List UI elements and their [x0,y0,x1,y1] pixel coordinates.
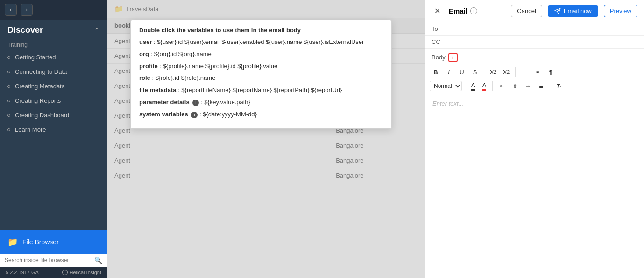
editor-area[interactable]: Enter text... [425,94,644,278]
close-button[interactable]: ✕ [432,6,443,16]
dot-icon [7,56,10,59]
sidebar-item-creating-dashboard[interactable]: Creating Dashboard [0,108,107,122]
search-button[interactable]: 🔍 [94,257,102,264]
dot-icon [7,128,10,131]
user-var-row: user : ${user}.id ${user}.email ${user}.… [139,37,383,47]
sidebar-item-learn-more[interactable]: Learn More [0,122,107,137]
training-section-label: Training [0,39,107,50]
unordered-list-button[interactable]: ≠ [531,66,544,78]
org-var-row: org : ${org}.id ${org}.name [139,50,383,59]
nav-arrows: ‹ › [0,0,107,20]
role-var-key: role [139,74,150,81]
toolbar-divider [550,81,550,91]
toolbar-divider [465,81,465,91]
dot-icon [7,100,10,102]
align-left-button[interactable]: ⇤ [495,80,508,92]
preview-button[interactable]: Preview [604,5,637,17]
dot-icon [7,85,10,88]
font-color-button[interactable]: A [468,81,478,91]
sysvar-info-icon[interactable]: i [191,112,198,118]
param-var-values[interactable]: ${key.value.path} [204,99,250,106]
sidebar-item-creating-reports[interactable]: Creating Reports [0,93,107,108]
sidebar-item-creating-metadata[interactable]: Creating Metadata [0,79,107,93]
org-var-values[interactable]: ${org}.id ${org}.name [154,50,212,57]
folder-icon: 📁 [7,237,18,247]
sysvar-var-key: system variables [139,111,188,118]
filemeta-var-values[interactable]: ${reportFileName} ${reportName} ${report… [181,86,342,93]
rich-text-toolbar: B I U S X2 X2 ≡ ≠ ¶ Normal [425,64,644,94]
body-info-button[interactable]: i [448,53,458,62]
ordered-list-button[interactable]: ≡ [518,66,531,78]
sysvar-var-values[interactable]: ${date:yyyy-MM-dd} [203,111,257,118]
profile-var-key: profile [139,63,158,70]
underline-button[interactable]: U [456,66,468,78]
popup-title: Double click the variables to use them i… [139,27,383,34]
sidebar-item-label: Creating Metadata [15,83,65,90]
dot-icon [7,71,10,73]
circle-icon [62,270,68,275]
sidebar-item-label: Learn More [15,126,46,133]
org-var-key: org [139,50,149,57]
body-label: Body [432,53,446,61]
bold-button[interactable]: B [430,66,442,78]
clear-format-button[interactable]: Tx [553,80,565,92]
send-icon [554,8,561,14]
sidebar-item-label: Connecting to Data [15,68,67,75]
file-browser-search: 🔍 [0,254,107,267]
email-info-icon[interactable]: i [470,7,477,14]
align-justify-button[interactable]: ≣ [535,80,547,92]
filemeta-var-row: file metadata : ${reportFileName} ${repo… [139,86,383,95]
sidebar-item-label: Creating Dashboard [15,112,69,119]
cancel-button[interactable]: Cancel [511,5,542,17]
file-browser-label: File Browser [22,238,59,246]
brand-label: Helical Insight [62,270,101,275]
align-right-button[interactable]: ⇨ [522,80,534,92]
discover-chevron[interactable]: ⌃ [94,27,99,34]
param-info-icon[interactable]: i [192,100,199,106]
user-var-key: user [139,38,152,45]
sidebar-item-connecting-to-data[interactable]: Connecting to Data [0,64,107,79]
discover-label: Discover [7,25,43,35]
align-center-button[interactable]: ⇧ [509,80,521,92]
email-title: Email i [449,7,505,15]
toolbar-divider [515,67,516,77]
nav-forward[interactable]: › [21,4,33,16]
paragraph-button[interactable]: ¶ [545,66,557,78]
profile-var-values[interactable]: ${profile}.name ${profile}.id ${profile}… [163,63,278,70]
to-label: To [432,25,455,32]
to-input[interactable] [455,25,637,32]
filemeta-var-key: file metadata [139,86,176,93]
editor-placeholder: Enter text... [432,100,463,107]
cc-label: CC [432,38,455,45]
font-bg-color-button[interactable]: A [479,81,489,91]
role-var-row: role : ${role}.id ${role}.name [139,73,383,83]
main-content: 📁 TravelsData booking_platform source Ag… [107,0,644,278]
superscript-button[interactable]: X2 [500,66,512,78]
param-var-key: parameter details [139,99,190,106]
dot-icon [7,114,10,117]
role-var-values[interactable]: ${role}.id ${role}.name [156,74,216,81]
param-var-row: parameter details i : ${key.value.path} [139,98,383,107]
discover-section: Discover ⌃ [0,20,107,39]
toolbar-row-2: Normal A A ⇤ ⇧ ⇨ ≣ [430,80,639,92]
sidebar: ‹ › Discover ⌃ Training Getting Started … [0,0,107,278]
font-style-select[interactable]: Normal [430,81,462,91]
italic-button[interactable]: I [443,66,455,78]
profile-var-row: profile : ${profile}.name ${profile}.id … [139,62,383,71]
user-var-values[interactable]: ${user}.id ${user}.email ${user}.enabled… [157,38,364,45]
email-panel-header: ✕ Email i Cancel Email now Preview [425,0,644,22]
search-input[interactable] [5,257,94,264]
body-label-row: Body i [425,49,644,64]
nav-back[interactable]: ‹ [5,4,17,16]
sidebar-item-getting-started[interactable]: Getting Started [0,50,107,64]
toolbar-divider [492,81,493,91]
cc-field-row: CC [425,36,644,49]
cc-input[interactable] [455,38,637,45]
subscript-button[interactable]: X2 [487,66,499,78]
to-field-row: To [425,22,644,36]
file-browser-button[interactable]: 📁 File Browser [0,230,107,254]
toolbar-row-1: B I U S X2 X2 ≡ ≠ ¶ [430,66,639,78]
strikethrough-button[interactable]: S [469,66,481,78]
version-label: 5.2.2.1917 GA [6,270,39,275]
email-now-button[interactable]: Email now [548,5,598,17]
